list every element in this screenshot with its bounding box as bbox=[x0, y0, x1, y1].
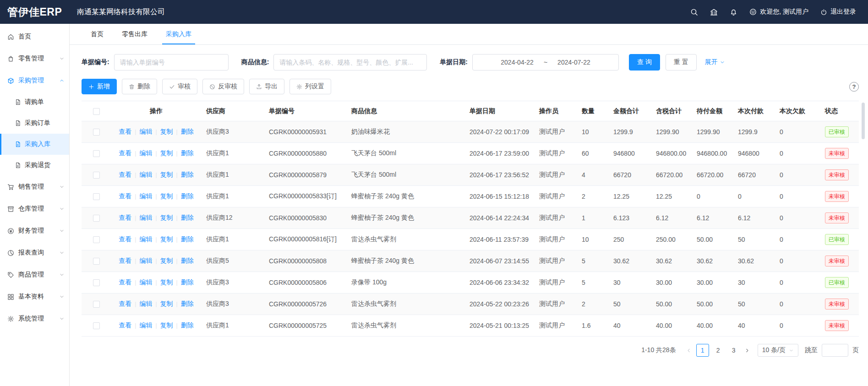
row-action-view[interactable]: 查看 bbox=[119, 257, 131, 264]
column-settings-button[interactable]: 列设置 bbox=[289, 79, 331, 94]
row-action-edit[interactable]: 编辑 bbox=[131, 214, 152, 221]
row-action-view[interactable]: 查看 bbox=[119, 300, 131, 307]
row-action-edit[interactable]: 编辑 bbox=[131, 321, 152, 329]
select-all-checkbox[interactable] bbox=[93, 108, 100, 115]
sidebar-item-finance[interactable]: 财务管理 bbox=[0, 220, 69, 242]
row-action-edit[interactable]: 编辑 bbox=[131, 171, 152, 178]
row-checkbox[interactable] bbox=[93, 129, 100, 136]
row-action-edit[interactable]: 编辑 bbox=[131, 300, 152, 307]
sidebar-subitem-purchase-order[interactable]: 采购订单 bbox=[0, 113, 69, 134]
row-action-copy[interactable]: 复制 bbox=[152, 321, 173, 329]
row-action-delete[interactable]: 删除 bbox=[173, 128, 194, 135]
row-checkbox[interactable] bbox=[93, 236, 100, 243]
date-range-picker[interactable]: 2024-04-22 ~ 2024-07-22 bbox=[472, 54, 619, 71]
page-size-select[interactable]: 10 条/页 bbox=[758, 344, 798, 357]
tab-purchase-inbound[interactable]: 采购入库 bbox=[157, 24, 201, 44]
reset-button[interactable]: 重 置 bbox=[666, 54, 697, 71]
page-number-2[interactable]: 2 bbox=[712, 344, 725, 357]
row-checkbox[interactable] bbox=[93, 150, 100, 157]
search-icon[interactable] bbox=[690, 8, 698, 16]
page-number-1[interactable]: 1 bbox=[696, 344, 709, 357]
row-action-delete[interactable]: 删除 bbox=[173, 214, 194, 221]
tab-home[interactable]: 首页 bbox=[82, 24, 113, 44]
next-page-button[interactable] bbox=[741, 344, 754, 357]
sidebar-item-sales[interactable]: 销售管理 bbox=[0, 176, 69, 198]
help-icon[interactable]: ? bbox=[849, 82, 859, 92]
bill-no-input[interactable] bbox=[114, 54, 229, 71]
row-action-edit[interactable]: 编辑 bbox=[131, 149, 152, 157]
row-action-copy[interactable]: 复制 bbox=[152, 257, 173, 264]
row-action-view[interactable]: 查看 bbox=[119, 321, 131, 329]
product-info-input[interactable] bbox=[273, 54, 427, 71]
export-button[interactable]: 导出 bbox=[249, 79, 284, 94]
delete-button[interactable]: 删除 bbox=[122, 79, 157, 94]
sidebar-item-warehouse[interactable]: 仓库管理 bbox=[0, 198, 69, 220]
row-action-delete[interactable]: 删除 bbox=[173, 192, 194, 200]
sidebar-item-purchase[interactable]: 采购管理 bbox=[0, 70, 69, 92]
row-action-edit[interactable]: 编辑 bbox=[131, 128, 152, 135]
row-action-view[interactable]: 查看 bbox=[119, 128, 131, 135]
row-action-copy[interactable]: 复制 bbox=[152, 149, 173, 157]
sidebar-item-system[interactable]: 系统管理 bbox=[0, 308, 69, 330]
search-button[interactable]: 查 询 bbox=[629, 54, 660, 71]
row-action-edit[interactable]: 编辑 bbox=[131, 192, 152, 200]
bell-icon[interactable] bbox=[730, 8, 737, 16]
cell-supplier: 供应商1 bbox=[202, 164, 264, 186]
row-action-delete[interactable]: 删除 bbox=[173, 257, 194, 264]
date-from-value[interactable]: 2024-04-22 bbox=[501, 59, 534, 66]
row-action-edit[interactable]: 编辑 bbox=[131, 257, 152, 264]
sidebar-subitem-purchase-return[interactable]: 采购退货 bbox=[0, 155, 69, 176]
row-action-copy[interactable]: 复制 bbox=[152, 235, 173, 243]
row-action-view[interactable]: 查看 bbox=[119, 171, 131, 178]
cell-product: 蜂蜜柚子茶 240g 黄色 bbox=[347, 207, 465, 229]
sidebar-item-goods[interactable]: 商品管理 bbox=[0, 264, 69, 286]
row-checkbox[interactable] bbox=[93, 322, 100, 329]
row-action-delete[interactable]: 删除 bbox=[173, 321, 194, 329]
row-action-delete[interactable]: 删除 bbox=[173, 235, 194, 243]
row-select-cell bbox=[82, 272, 111, 294]
row-action-delete[interactable]: 删除 bbox=[173, 300, 194, 307]
row-checkbox[interactable] bbox=[93, 193, 100, 200]
row-checkbox[interactable] bbox=[93, 301, 100, 308]
row-action-copy[interactable]: 复制 bbox=[152, 192, 173, 200]
row-action-view[interactable]: 查看 bbox=[119, 214, 131, 221]
add-button[interactable]: 新增 bbox=[82, 79, 117, 94]
row-checkbox[interactable] bbox=[93, 215, 100, 222]
row-action-view[interactable]: 查看 bbox=[119, 149, 131, 157]
row-checkbox[interactable] bbox=[93, 172, 100, 179]
row-action-copy[interactable]: 复制 bbox=[152, 128, 173, 135]
table-scrollbar[interactable] bbox=[862, 103, 865, 139]
unaudit-button[interactable]: 反审核 bbox=[202, 79, 244, 94]
sidebar-item-label: 商品管理 bbox=[18, 271, 44, 279]
row-action-delete[interactable]: 删除 bbox=[173, 278, 194, 286]
row-action-delete[interactable]: 删除 bbox=[173, 149, 194, 157]
row-checkbox[interactable] bbox=[93, 279, 100, 286]
welcome-user[interactable]: 欢迎您, 测试用户 bbox=[749, 8, 808, 16]
sidebar-subitem-purchase-inbound[interactable]: 采购入库 bbox=[0, 134, 69, 155]
row-action-copy[interactable]: 复制 bbox=[152, 300, 173, 307]
row-action-edit[interactable]: 编辑 bbox=[131, 235, 152, 243]
logout-button[interactable]: 退出登录 bbox=[820, 8, 856, 16]
jump-page-input[interactable] bbox=[822, 344, 848, 357]
date-to-value[interactable]: 2024-07-22 bbox=[557, 59, 590, 66]
row-action-view[interactable]: 查看 bbox=[119, 235, 131, 243]
sidebar-item-retail[interactable]: 零售管理 bbox=[0, 48, 69, 70]
row-checkbox[interactable] bbox=[93, 258, 100, 265]
row-action-edit[interactable]: 编辑 bbox=[131, 278, 152, 286]
row-action-view[interactable]: 查看 bbox=[119, 192, 131, 200]
row-action-copy[interactable]: 复制 bbox=[152, 214, 173, 221]
row-action-copy[interactable]: 复制 bbox=[152, 171, 173, 178]
expand-toggle[interactable]: 展开 bbox=[705, 58, 725, 66]
sidebar-subitem-purchase-request[interactable]: 请购单 bbox=[0, 92, 69, 113]
row-action-view[interactable]: 查看 bbox=[119, 278, 131, 286]
sidebar-item-basic[interactable]: 基本资料 bbox=[0, 286, 69, 308]
sidebar-item-home[interactable]: 首页 bbox=[0, 26, 69, 48]
audit-button[interactable]: 审核 bbox=[162, 79, 197, 94]
prev-page-button[interactable] bbox=[682, 344, 695, 357]
bank-icon[interactable] bbox=[710, 8, 718, 16]
row-action-copy[interactable]: 复制 bbox=[152, 278, 173, 286]
page-number-3[interactable]: 3 bbox=[727, 344, 740, 357]
tab-retail-outbound[interactable]: 零售出库 bbox=[113, 24, 157, 44]
sidebar-item-report[interactable]: 报表查询 bbox=[0, 242, 69, 264]
row-action-delete[interactable]: 删除 bbox=[173, 171, 194, 178]
